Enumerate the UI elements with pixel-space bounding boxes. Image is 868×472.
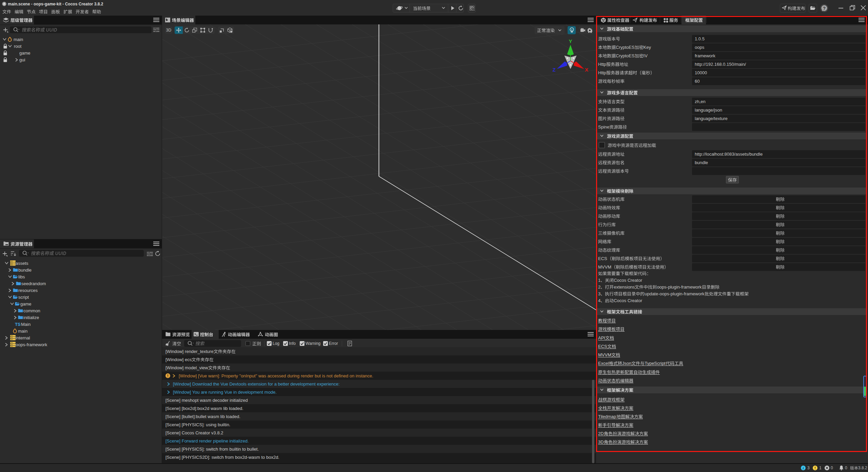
svg-text:X: X — [585, 67, 588, 73]
svg-text:Y: Y — [569, 38, 572, 44]
svg-text:?: ? — [823, 6, 826, 11]
svg-text:Z: Z — [552, 67, 555, 73]
